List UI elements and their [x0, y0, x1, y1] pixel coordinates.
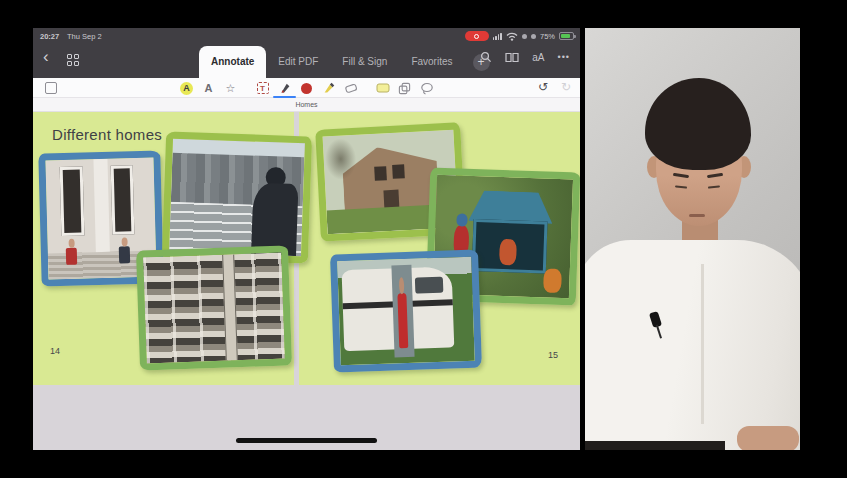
status-bar: 20:27 Thu Sep 2 75% [33, 28, 580, 43]
battery-percent: 75% [540, 32, 555, 41]
favorite-tool-icon[interactable]: ☆ [223, 80, 238, 96]
thumbnails-grid-icon[interactable] [67, 54, 79, 66]
document-tab-bar: Homes [33, 98, 580, 112]
pen-tool[interactable] [277, 80, 292, 96]
video-frame: 20:27 Thu Sep 2 75% ‹ [0, 0, 847, 478]
highlighter-tool[interactable] [321, 80, 336, 96]
presenter-hand [737, 426, 799, 450]
eraser-icon [344, 82, 358, 94]
select-tool-icon[interactable] [45, 82, 57, 94]
home-indicator[interactable] [236, 438, 377, 443]
document-tab-title[interactable]: Homes [295, 101, 317, 108]
presenter-shirt [585, 240, 800, 450]
duplicate-tool[interactable] [397, 80, 412, 96]
pdf-canvas[interactable]: Different homes 14 15 [33, 112, 580, 450]
note-tool[interactable] [375, 80, 390, 96]
color-swatch[interactable] [299, 80, 314, 96]
more-menu-icon[interactable]: ••• [558, 52, 570, 62]
nav-row: ‹ Annotate Edit PDF Fill & Sign Favorite… [33, 43, 580, 78]
text-tool[interactable]: A [201, 80, 216, 96]
tab-edit-pdf[interactable]: Edit PDF [266, 46, 330, 78]
wifi-icon [506, 32, 518, 41]
screen-recording-icon[interactable] [465, 31, 489, 41]
tab-favorites[interactable]: Favorites [399, 46, 464, 78]
annotation-tools: A A ☆ T [179, 78, 434, 98]
annotation-toolbar: A A ☆ T [33, 78, 580, 98]
nav-right-icons: aA ••• [480, 51, 570, 63]
desk-edge [585, 441, 725, 450]
date: Thu Sep 2 [67, 32, 102, 41]
reading-view-icon[interactable] [505, 52, 519, 63]
text-box-tool[interactable]: T [255, 80, 270, 96]
call-icon [531, 34, 536, 39]
webcam-panel [585, 28, 800, 450]
page-number-right: 15 [548, 350, 558, 360]
eraser-tool[interactable] [343, 80, 358, 96]
clock: 20:27 [40, 32, 59, 41]
orientation-lock-icon [522, 34, 527, 39]
undo-button[interactable]: ↺ [538, 80, 548, 94]
cellular-signal-icon [493, 32, 502, 40]
battery-icon [559, 32, 574, 40]
tab-annotate[interactable]: Annotate [199, 46, 266, 78]
back-button[interactable]: ‹ [43, 47, 49, 67]
highlighter-icon [322, 81, 336, 95]
text-settings-icon[interactable]: aA [532, 52, 544, 63]
photo-city-window [162, 131, 312, 263]
lasso-icon [420, 82, 434, 95]
page-number-left: 14 [50, 346, 60, 356]
status-icons: 75% [465, 31, 574, 41]
page-title: Different homes [52, 126, 162, 143]
duplicate-icon [398, 82, 411, 95]
document-mode-tabs: Annotate Edit PDF Fill & Sign Favorites … [199, 46, 490, 78]
presenter-hair [645, 78, 751, 170]
ipad-screen: 20:27 Thu Sep 2 75% ‹ [33, 28, 580, 450]
tab-fill-sign[interactable]: Fill & Sign [330, 46, 399, 78]
lasso-tool[interactable] [419, 80, 434, 96]
pen-icon [278, 81, 292, 95]
search-icon[interactable] [480, 51, 492, 63]
note-icon [376, 83, 390, 94]
top-toolbar: 20:27 Thu Sep 2 75% ‹ [33, 28, 580, 78]
redo-button[interactable]: ↻ [561, 80, 571, 94]
highlight-text-tool[interactable]: A [179, 80, 194, 96]
photo-apartment-block [136, 245, 292, 370]
photo-caravan [330, 249, 482, 372]
